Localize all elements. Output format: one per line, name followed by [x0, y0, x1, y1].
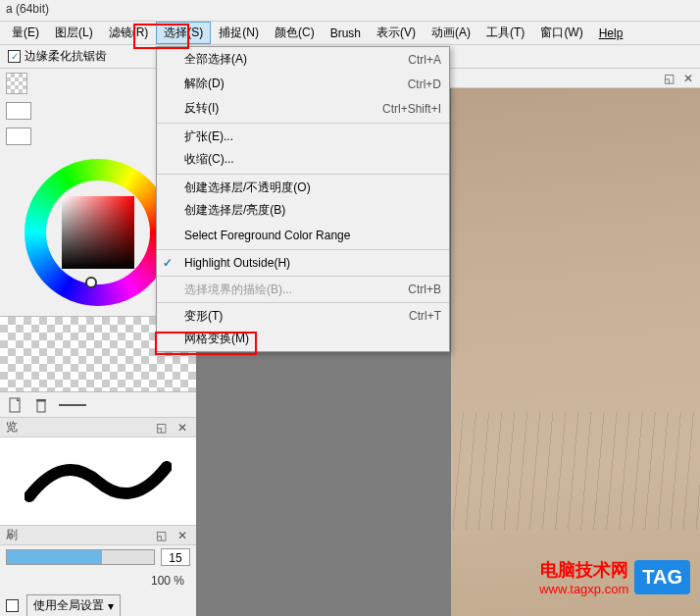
brush-section-header: 刷 ◱ ✕	[0, 526, 196, 545]
dd-expand[interactable]: 扩张(E)...	[157, 123, 449, 147]
color-wheel[interactable]	[25, 159, 172, 306]
watermark-url: www.tagxp.com	[539, 582, 628, 596]
trash-icon[interactable]	[33, 397, 49, 413]
menu-filter[interactable]: 滤镜(R)	[101, 22, 157, 44]
menu-snap[interactable]: 捕捉(N)	[211, 22, 267, 44]
preview-section-header: 览 ◱ ✕	[0, 418, 196, 437]
color-input-2[interactable]	[6, 128, 31, 145]
antialias-checkbox[interactable]: ✓	[8, 50, 21, 63]
menu-select[interactable]: 选择(S)	[156, 22, 211, 44]
select-dropdown: 全部选择(A)Ctrl+A 解除(D)Ctrl+D 反转(I)Ctrl+Shif…	[156, 46, 450, 352]
menu-edit[interactable]: 量(E)	[4, 22, 47, 44]
dd-create-sel-brightness[interactable]: 创建选择层/亮度(B)	[157, 198, 449, 223]
color-input-1[interactable]	[6, 102, 31, 120]
menu-brush[interactable]: Brush	[323, 24, 369, 43]
dd-draw-border: 选择境界的描绘(B)...Ctrl+B	[157, 276, 449, 300]
percent-label: 100 %	[151, 574, 190, 588]
size-value[interactable]: 15	[161, 548, 190, 566]
menu-view[interactable]: 表示(V)	[369, 22, 424, 44]
new-doc-icon[interactable]	[8, 397, 24, 413]
close-icon-2[interactable]: ✕	[175, 528, 190, 543]
preview-section-title: 览	[6, 419, 18, 436]
menu-bar: 量(E) 图层(L) 滤镜(R) 选择(S) 捕捉(N) 颜色(C) Brush…	[0, 22, 700, 45]
global-settings-checkbox[interactable]	[6, 599, 19, 612]
title-bar: a (64bit)	[0, 0, 700, 22]
detach-icon-2[interactable]: ◱	[153, 528, 169, 543]
detach-icon-3[interactable]: ◱	[661, 71, 676, 86]
size-slider[interactable]	[6, 549, 155, 565]
menu-window[interactable]: 窗口(W)	[532, 22, 590, 44]
detach-icon[interactable]: ◱	[153, 420, 169, 436]
sv-box[interactable]	[62, 196, 134, 269]
antialias-label: 边缘柔化抗锯齿	[25, 48, 107, 65]
menu-layer[interactable]: 图层(L)	[47, 22, 101, 44]
svg-rect-2	[36, 399, 46, 401]
menu-animation[interactable]: 动画(A)	[424, 22, 478, 44]
line-preview-icon	[59, 404, 86, 406]
check-icon: ✓	[163, 256, 173, 270]
close-icon-3[interactable]: ✕	[680, 71, 696, 86]
canvas-image[interactable]	[451, 88, 700, 616]
watermark-title: 电脑技术网	[539, 558, 628, 582]
watermark-tag: TAG	[634, 560, 690, 594]
dd-create-sel-opacity[interactable]: 创建选择层/不透明度(O)	[157, 174, 449, 198]
brush-section-title: 刷	[6, 527, 18, 543]
dd-transform[interactable]: 变形(T)Ctrl+T	[157, 302, 449, 327]
chevron-down-icon: ▾	[108, 599, 114, 613]
watermark: 电脑技术网 www.tagxp.com TAG	[539, 558, 690, 596]
size-slider-row: 15	[0, 545, 196, 569]
dd-contract[interactable]: 收缩(C)...	[157, 147, 449, 172]
window-title: a (64bit)	[6, 2, 49, 16]
brush-stroke-icon	[25, 457, 172, 506]
swatch-checker[interactable]	[6, 73, 27, 94]
svg-rect-1	[37, 401, 45, 412]
close-icon[interactable]: ✕	[175, 420, 190, 436]
dd-invert[interactable]: 反转(I)Ctrl+Shift+I	[157, 96, 449, 121]
dd-deselect[interactable]: 解除(D)Ctrl+D	[157, 72, 449, 96]
menu-tool[interactable]: 工具(T)	[478, 22, 532, 44]
dd-highlight-outside[interactable]: ✓Highlight Outside(H)	[157, 249, 449, 274]
global-settings-dropdown[interactable]: 使用全局设置▾	[26, 594, 121, 616]
dd-select-all[interactable]: 全部选择(A)Ctrl+A	[157, 47, 449, 72]
menu-color[interactable]: 颜色(C)	[267, 22, 323, 44]
tool-icon-row	[0, 392, 196, 418]
dd-mesh-transform[interactable]: 网格变换(M)	[157, 327, 449, 351]
menu-help[interactable]: Help	[591, 24, 631, 43]
brush-preview	[0, 437, 196, 526]
hue-indicator[interactable]	[85, 277, 97, 288]
bottom-controls: 使用全局设置▾	[0, 592, 196, 616]
dd-select-fg-range[interactable]: Select Foreground Color Range	[157, 223, 449, 247]
